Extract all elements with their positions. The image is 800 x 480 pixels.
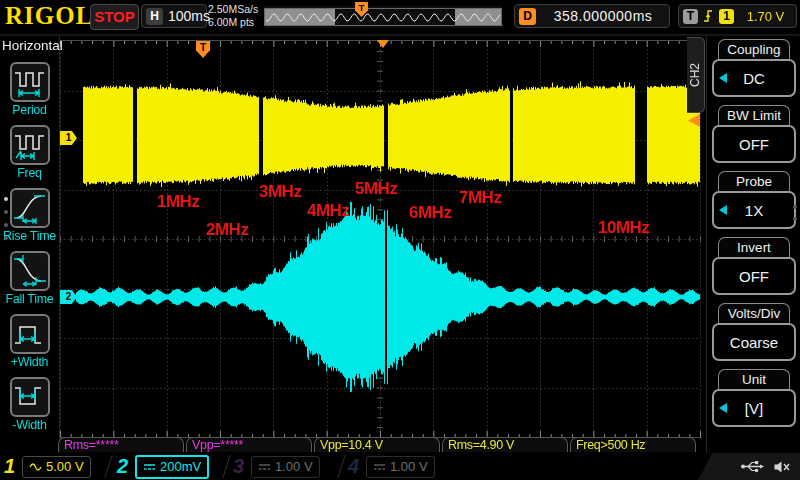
trigger-source-badge: 1: [719, 9, 734, 24]
channel-number: 4: [348, 455, 362, 478]
left-arrow-icon: [719, 205, 727, 215]
menu-item-period[interactable]: Period: [0, 62, 59, 117]
menu-label: Coupling: [718, 39, 790, 59]
run-state-badge[interactable]: STOP: [90, 4, 139, 30]
trigger-level-value: 1.70 V: [739, 9, 792, 24]
measurement-readout: Vpp=10.4 V: [314, 437, 440, 452]
measurement-bar: Rms=***** Vpp=***** Vpp=10.4 V Rms=4.90 …: [0, 437, 800, 453]
channel-number: 2: [117, 455, 131, 478]
menu-item-label: -Width: [0, 418, 59, 432]
menu-item-minus-width[interactable]: -Width: [0, 377, 59, 432]
menu-item-label: Period: [0, 103, 59, 117]
channel-separator: [104, 455, 112, 478]
menu-coupling[interactable]: Coupling DC: [712, 39, 796, 97]
minus-width-icon: [10, 377, 50, 417]
menu-invert[interactable]: Invert OFF: [712, 237, 796, 295]
menu-value[interactable]: 1X: [712, 191, 796, 229]
channel-status-bar: 1 5.00 V 2 200mV 3 1.00 V: [0, 453, 800, 480]
freq-annotation: 4MHz: [307, 201, 349, 221]
measurement-readout: Freq>500 Hz: [570, 437, 696, 452]
rise-time-icon: [10, 188, 50, 228]
menu-page-dots: [4, 197, 8, 240]
menu-value[interactable]: DC: [712, 59, 796, 97]
delay-icon: D: [519, 8, 536, 25]
page-dot: [793, 217, 797, 221]
channel-1-status[interactable]: 1 5.00 V: [4, 453, 91, 480]
freq-annotation: 10MHz: [598, 218, 649, 238]
page-dot: [4, 236, 8, 240]
menu-item-rise-time[interactable]: Rise Time: [0, 188, 59, 243]
delay-box[interactable]: D 358.000000ms: [514, 4, 670, 28]
freq-annotation: 5MHz: [355, 179, 397, 199]
status-tray: [698, 453, 800, 480]
channel-separator: [337, 455, 345, 478]
ac-coupling-icon: [29, 462, 42, 472]
channel-4-status[interactable]: 4 1.00 V: [348, 453, 435, 480]
menu-unit[interactable]: Unit [V]: [712, 369, 796, 427]
trigger-level-marker[interactable]: [688, 114, 700, 127]
ch2-menu-tab[interactable]: CH2: [687, 37, 705, 113]
menu-label: Volts/Div: [718, 303, 790, 323]
measurement-readout: Vpp=*****: [186, 437, 312, 452]
channel-2-status[interactable]: 2 200mV: [117, 453, 209, 480]
menu-value[interactable]: OFF: [712, 257, 796, 295]
menu-value[interactable]: Coarse: [712, 323, 796, 361]
page-dot: [793, 205, 797, 209]
menu-item-plus-width[interactable]: +Width: [0, 314, 59, 369]
channel-3-status[interactable]: 3 1.00 V: [233, 453, 320, 480]
rigol-logo: RIGOL: [5, 2, 93, 30]
menu-bw-limit[interactable]: BW Limit OFF: [712, 105, 796, 163]
left-arrow-icon: [719, 403, 727, 413]
freq-annotation: 2MHz: [206, 220, 248, 240]
freq-annotation: 6MHz: [409, 203, 451, 223]
menu-value-text: [V]: [745, 400, 763, 417]
menu-value-text: OFF: [739, 136, 769, 153]
fall-time-icon: [10, 251, 50, 291]
menu-item-label: Rise Time: [0, 229, 59, 243]
rising-edge-icon: [703, 8, 714, 24]
right-menu-page-dots: [793, 205, 797, 221]
measurement-readout: Rms=*****: [58, 437, 184, 452]
measurement-readout: Rms=4.90 V: [442, 437, 568, 452]
menu-volts-div[interactable]: Volts/Div Coarse: [712, 303, 796, 361]
oscilloscope-screen: RIGOL STOP H 100ms 2.50MSa/s 6.00M pts T…: [0, 0, 800, 480]
menu-item-label: +Width: [0, 355, 59, 369]
channel-scale-box: 5.00 V: [22, 456, 91, 478]
ch2-offset-marker[interactable]: 2: [60, 290, 77, 304]
menu-item-label: Freq: [0, 166, 59, 180]
preview-waveform: [264, 6, 502, 28]
delay-value: 358.000000ms: [541, 8, 665, 24]
speaker-muted-icon[interactable]: [773, 460, 790, 474]
left-arrow-icon: [719, 73, 727, 83]
menu-value[interactable]: OFF: [712, 125, 796, 163]
ch1-offset-marker[interactable]: 1: [60, 131, 77, 145]
trigger-box[interactable]: T 1 1.70 V: [678, 4, 797, 28]
trigger-position-marker[interactable]: T: [196, 41, 210, 58]
menu-value[interactable]: [V]: [712, 389, 796, 427]
left-menu-title: Horizontal: [2, 38, 63, 53]
page-dot: [4, 197, 8, 201]
dc-coupling-icon: [373, 462, 386, 472]
menu-item-fall-time[interactable]: Fall Time: [0, 251, 59, 306]
acquisition-info: 2.50MSa/s 6.00M pts: [208, 3, 258, 29]
menu-probe[interactable]: Probe 1X: [712, 171, 796, 229]
plus-width-icon: [10, 314, 50, 354]
channel-scale: 200mV: [160, 459, 201, 474]
memory-depth: 6.00M pts: [208, 16, 258, 29]
trigger-icon: T: [683, 9, 698, 24]
freq-annotation: 1MHz: [157, 192, 199, 212]
channel-scale-box: 1.00 V: [366, 456, 435, 478]
horizontal-icon: H: [146, 8, 163, 25]
timebase-value: 100ms: [168, 8, 210, 24]
menu-value-text: DC: [743, 70, 765, 87]
dc-coupling-icon: [143, 462, 156, 472]
menu-label: BW Limit: [718, 105, 790, 125]
channel-menu: Coupling DC BW Limit OFF Probe 1X Invert…: [706, 34, 800, 453]
menu-item-freq[interactable]: Freq: [0, 125, 59, 180]
waveform-preview-bar[interactable]: T: [264, 6, 502, 28]
channel-scale: 5.00 V: [46, 459, 84, 474]
top-status-bar: RIGOL STOP H 100ms 2.50MSa/s 6.00M pts T…: [0, 0, 800, 36]
channel-scale: 1.00 V: [390, 459, 428, 474]
usb-icon[interactable]: [739, 459, 765, 474]
timebase-box[interactable]: H 100ms: [141, 4, 207, 28]
